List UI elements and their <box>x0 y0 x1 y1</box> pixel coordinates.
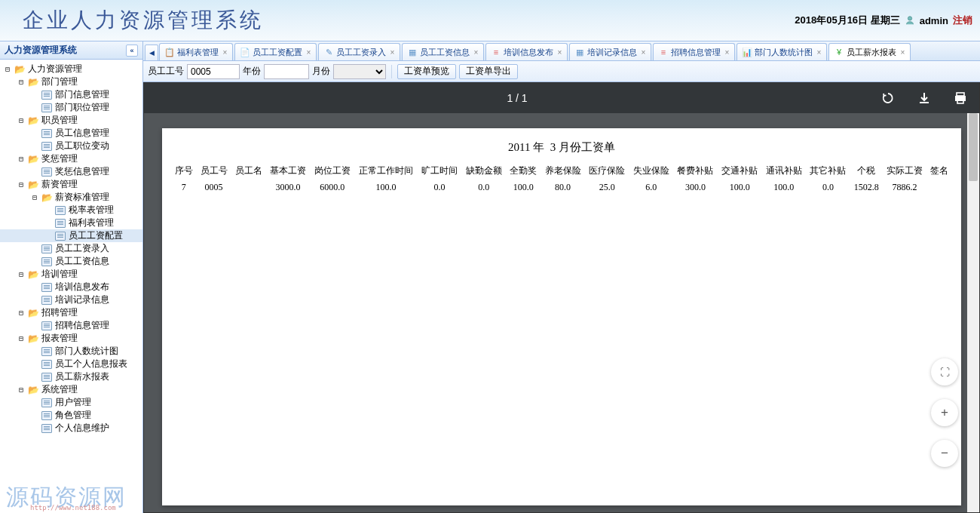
tree-label: 招聘管理 <box>41 306 78 319</box>
export-button[interactable]: 工资单导出 <box>459 64 518 79</box>
zoom-out-icon[interactable]: − <box>931 440 958 467</box>
tree-node[interactable]: 员工个人信息报表 <box>0 358 142 370</box>
preview-button[interactable]: 工资单预览 <box>397 64 456 79</box>
tree-toggle-icon[interactable] <box>30 129 39 138</box>
folder-icon <box>27 180 39 190</box>
year-input[interactable] <box>264 64 309 79</box>
tree-node[interactable]: 用户管理 <box>0 396 142 409</box>
tree-toggle-icon[interactable]: ⊟ <box>30 193 39 202</box>
tab-icon: ≡ <box>658 47 669 57</box>
tree-node[interactable]: ⊟薪资管理 <box>0 178 142 191</box>
emp-id-input[interactable] <box>187 64 240 79</box>
tree-toggle-icon[interactable]: ⊟ <box>3 65 12 74</box>
tree-node[interactable]: ⊟报表管理 <box>0 332 142 345</box>
sidebar-collapse-button[interactable]: « <box>126 45 138 57</box>
tab-icon: 📄 <box>240 47 250 57</box>
tree-node[interactable]: 部门信息管理 <box>0 88 142 101</box>
tree-node[interactable]: 培训信息发布 <box>0 281 142 293</box>
tree-node[interactable]: 员工职位变动 <box>0 140 142 152</box>
cell: 7886.2 <box>883 180 927 195</box>
tab[interactable]: 📊部门人数统计图× <box>737 43 827 60</box>
tree-toggle-icon[interactable] <box>44 232 53 241</box>
tree-node[interactable]: 部门职位管理 <box>0 101 142 114</box>
tree-toggle-icon[interactable] <box>30 347 39 356</box>
tree-toggle-icon[interactable]: ⊟ <box>17 334 26 343</box>
close-icon[interactable]: × <box>305 48 313 57</box>
tree-toggle-icon[interactable] <box>30 373 39 382</box>
close-icon[interactable]: × <box>221 48 229 57</box>
tree-toggle-icon[interactable] <box>30 283 39 292</box>
tree-node[interactable]: ⊟部门管理 <box>0 75 142 88</box>
tab[interactable]: 📄员工工资配置× <box>234 43 317 60</box>
tree-toggle-icon[interactable]: ⊟ <box>17 78 26 87</box>
tree-node[interactable]: ⊟职员管理 <box>0 114 142 127</box>
tree-node[interactable]: 角色管理 <box>0 409 142 422</box>
cell: 100.0 <box>761 180 806 195</box>
doc-area[interactable]: 2011 年 3 月份工资单 序号员工号员工名基本工资岗位工资正常工作时间旷工时… <box>144 113 979 512</box>
tree-toggle-icon[interactable] <box>44 206 53 215</box>
print-icon[interactable] <box>952 90 969 106</box>
rotate-icon[interactable] <box>880 90 896 106</box>
tree-node[interactable]: 部门人数统计图 <box>0 345 142 358</box>
tree-toggle-icon[interactable] <box>30 296 39 305</box>
tree-node[interactable]: ⊟奖惩管理 <box>0 152 142 165</box>
tab[interactable]: ¥员工薪水报表× <box>828 43 911 60</box>
tree-toggle-icon[interactable]: ⊟ <box>17 116 26 125</box>
tree-toggle-icon[interactable]: ⊟ <box>17 270 26 279</box>
tree-node[interactable]: ⊟系统管理 <box>0 383 142 396</box>
tree-toggle-icon[interactable] <box>30 103 39 112</box>
tree-node[interactable]: 培训记录信息 <box>0 293 142 306</box>
tree-node[interactable]: 税率表管理 <box>0 204 142 217</box>
tree-node[interactable]: ⊟人力资源管理 <box>0 63 142 75</box>
tree-toggle-icon[interactable]: ⊟ <box>17 386 26 395</box>
zoom-in-icon[interactable]: + <box>931 399 958 426</box>
tree-node[interactable]: ⊟招聘管理 <box>0 306 142 319</box>
tab[interactable]: ✎员工工资录入× <box>318 43 400 60</box>
close-icon[interactable]: × <box>815 48 823 57</box>
tree-node[interactable]: ⊟培训管理 <box>0 268 142 281</box>
tree-toggle-icon[interactable] <box>44 219 53 228</box>
fit-icon[interactable]: ⛶ <box>931 358 958 386</box>
tree-toggle-icon[interactable]: ⊟ <box>17 180 26 189</box>
logout-link[interactable]: 注销 <box>953 14 972 27</box>
close-icon[interactable]: × <box>556 48 564 57</box>
close-icon[interactable]: × <box>639 48 648 57</box>
folder-icon <box>27 115 39 126</box>
scrollbar[interactable] <box>967 113 979 512</box>
tab[interactable]: ▦员工工资信息× <box>402 43 484 60</box>
tabs-scroll-left[interactable]: ◀ <box>145 45 158 61</box>
tree-node[interactable]: 个人信息维护 <box>0 422 142 435</box>
tree-toggle-icon[interactable] <box>30 91 39 100</box>
tab[interactable]: ≡招聘信息管理× <box>653 43 735 60</box>
tree-toggle-icon[interactable] <box>30 257 39 266</box>
tree-toggle-icon[interactable] <box>30 244 39 253</box>
scroll-thumb[interactable] <box>969 113 978 181</box>
tree-toggle-icon[interactable] <box>30 142 39 151</box>
tab[interactable]: ≡培训信息发布× <box>485 43 568 60</box>
tree-toggle-icon[interactable] <box>30 398 39 407</box>
tree-node[interactable]: 招聘信息管理 <box>0 319 142 332</box>
tree-node[interactable]: 福利表管理 <box>0 217 142 229</box>
tree-node[interactable]: ⊟薪资标准管理 <box>0 191 142 204</box>
close-icon[interactable]: × <box>388 48 397 57</box>
tree-toggle-icon[interactable] <box>30 424 39 433</box>
tree-node[interactable]: 员工工资配置 <box>0 229 142 242</box>
tree-node[interactable]: 员工工资录入 <box>0 242 142 255</box>
month-select[interactable] <box>333 64 386 79</box>
tree-toggle-icon[interactable] <box>30 167 39 177</box>
tab[interactable]: ▦培训记录信息× <box>569 43 651 60</box>
tree-node[interactable]: 奖惩信息管理 <box>0 165 142 178</box>
close-icon[interactable]: × <box>472 48 480 57</box>
tree-toggle-icon[interactable] <box>30 360 39 369</box>
close-icon[interactable]: × <box>723 48 731 57</box>
tree-toggle-icon[interactable]: ⊟ <box>17 309 26 318</box>
tree-node[interactable]: 员工薪水报表 <box>0 370 142 383</box>
download-icon[interactable] <box>916 90 933 106</box>
tree-node[interactable]: 员工信息管理 <box>0 127 142 140</box>
tree-toggle-icon[interactable]: ⊟ <box>17 155 26 164</box>
tree-node[interactable]: 员工工资信息 <box>0 255 142 268</box>
close-icon[interactable]: × <box>899 48 907 57</box>
tab[interactable]: 📋福利表管理× <box>159 43 233 60</box>
tree-toggle-icon[interactable] <box>30 411 39 420</box>
tree-toggle-icon[interactable] <box>30 321 39 330</box>
